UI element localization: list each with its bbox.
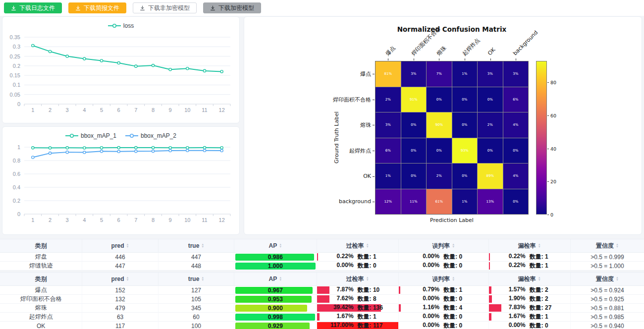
column-header-label: 置信度 — [596, 275, 614, 283]
rate-count: 数量: 0 — [443, 253, 475, 261]
data-point — [83, 57, 86, 60]
data-point — [135, 65, 137, 67]
data-point — [83, 147, 86, 149]
rate-cell: 0.00%数量: 0 — [399, 313, 489, 322]
data-point — [117, 61, 120, 64]
confidence-cell: >0.5 = 0.999 — [571, 253, 644, 262]
sort-caret-icon[interactable]: ▲▼ — [126, 276, 129, 281]
colorbar-tick-label: 0 — [550, 212, 553, 218]
legend-label: bbox_mAP_2 — [141, 132, 176, 139]
y-axis-tick-label: 0 — [17, 211, 20, 217]
download-plain-model-button[interactable]: 下载非加密模型 — [133, 2, 197, 13]
column-header-漏检率[interactable]: 漏检率▲▼ — [489, 239, 571, 253]
data-point — [203, 69, 206, 72]
column-header-label: 类别 — [35, 242, 47, 250]
column-header-label: AP — [269, 275, 277, 282]
rate-count: 数量: 4 — [443, 304, 475, 312]
matrix-cell: 0% — [427, 87, 452, 112]
true-cell: 447 — [159, 253, 234, 262]
matrix-cell: 3% — [401, 61, 427, 87]
sort-caret-icon[interactable]: ▲▼ — [201, 243, 204, 248]
category-cell: 爆点 — [0, 286, 82, 295]
rate-count: 数量: 1 — [530, 313, 561, 321]
rate-percent: 7.62% — [326, 295, 354, 303]
download-log-button[interactable]: 下载日志文件 — [4, 2, 62, 13]
column-header-漏检率[interactable]: 漏检率▲▼ — [489, 273, 571, 286]
sort-caret-icon[interactable]: ▲▼ — [366, 243, 369, 248]
column-header-true[interactable]: true▲▼ — [159, 239, 234, 253]
column-header-label: 误判率 — [432, 275, 450, 283]
y-axis-tick-label: 0.8 — [13, 158, 20, 164]
legend-item-loss[interactable]: loss — [108, 22, 134, 30]
x-axis-title: Prediction Label — [296, 217, 608, 223]
legend-label: bbox_mAP_1 — [81, 132, 116, 139]
matrix-cell: 4% — [503, 164, 529, 189]
matrix-row-label: background — [272, 198, 371, 205]
column-header-true[interactable]: true▲▼ — [159, 273, 234, 286]
column-header-pred[interactable]: pred▲▼ — [82, 273, 158, 286]
y-axis-tick-label: 0.1 — [13, 82, 20, 88]
column-header-过检率[interactable]: 过检率▲▼ — [317, 273, 399, 286]
sort-caret-icon[interactable]: ▲▼ — [279, 276, 282, 281]
sort-caret-icon[interactable]: ▲▼ — [452, 276, 455, 281]
matrix-column-label: 熔珠 — [435, 45, 447, 57]
data-point — [66, 147, 68, 149]
rate-count: 数量: 1 — [530, 253, 561, 261]
rate-count: 数量: 117 — [358, 322, 389, 329]
x-axis-tick-label: 5 — [100, 107, 103, 113]
sort-caret-icon[interactable]: ▲▼ — [279, 243, 282, 248]
rate-count: 数量: 10 — [358, 286, 389, 294]
rate-count: 数量: 1 — [443, 286, 475, 294]
colorbar-tick-label: 80 — [550, 80, 556, 85]
column-header-误判率[interactable]: 误判率▲▼ — [399, 273, 489, 286]
sort-caret-icon[interactable]: ▲▼ — [538, 276, 541, 281]
x-axis-tick-label: 9 — [169, 107, 172, 113]
pred-cell: 152 — [82, 286, 158, 295]
column-header-pred[interactable]: pred▲▼ — [82, 239, 158, 253]
download-report-button[interactable]: 下载简报文件 — [68, 2, 126, 13]
data-point — [83, 151, 86, 154]
matrix-cell: 0% — [478, 138, 503, 164]
sort-caret-icon[interactable]: ▲▼ — [366, 276, 369, 281]
column-header-误判率[interactable]: 误判率▲▼ — [399, 239, 489, 253]
x-axis-tick-label: 9 — [169, 217, 172, 223]
sort-caret-icon[interactable]: ▲▼ — [538, 243, 541, 248]
matrix-row-label: 焊印面积不合格 — [272, 96, 371, 104]
sort-caret-icon[interactable]: ▲▼ — [616, 243, 619, 248]
data-point — [49, 50, 51, 53]
pred-cell: 479 — [82, 304, 158, 313]
column-header-置信度[interactable]: 置信度▲▼ — [571, 239, 644, 253]
column-header-AP[interactable]: AP▲▼ — [234, 239, 317, 253]
x-axis-tick-label: 3 — [66, 107, 69, 113]
column-header-类别: 类别 — [0, 239, 82, 253]
download-icon — [75, 5, 81, 11]
column-header-label: 漏检率 — [518, 275, 536, 283]
rate-count: 数量: 0 — [443, 262, 475, 270]
sort-caret-icon[interactable]: ▲▼ — [616, 276, 619, 281]
legend-marker-icon — [108, 23, 121, 28]
button-label: 下载日志文件 — [19, 4, 55, 12]
column-header-AP[interactable]: AP▲▼ — [234, 273, 317, 286]
download-icon — [140, 5, 145, 11]
sort-caret-icon[interactable]: ▲▼ — [201, 276, 204, 281]
x-axis-tick-label: 11 — [202, 107, 207, 113]
matrix-cell: 0% — [401, 164, 427, 189]
column-header-label: 置信度 — [596, 242, 614, 250]
sort-caret-icon[interactable]: ▲▼ — [452, 243, 455, 248]
table-row: 焊印面积不合格1321050.9537.62%数量: 80.00%数量: 01.… — [0, 295, 644, 304]
column-header-过检率[interactable]: 过检率▲▼ — [317, 239, 399, 253]
legend-item-bbox-map-1[interactable]: bbox_mAP_1 — [65, 132, 116, 140]
data-point — [49, 147, 51, 149]
ap-cell: 0.967 — [234, 286, 317, 295]
download-encrypted-model-button[interactable]: 下载加密模型 — [203, 2, 261, 13]
data-point — [169, 68, 171, 71]
sort-caret-icon[interactable]: ▲▼ — [126, 243, 129, 248]
matrix-cell: 12% — [376, 189, 401, 215]
column-header-置信度[interactable]: 置信度▲▼ — [571, 273, 644, 286]
button-label: 下载非加密模型 — [148, 4, 190, 12]
matrix-column-label: 爆点 — [384, 45, 396, 57]
ap-value: 0.967 — [234, 287, 316, 294]
data-point — [186, 67, 189, 70]
legend-item-bbox-map-2[interactable]: bbox_mAP_2 — [125, 132, 176, 140]
rate-percent: 0.00% — [412, 295, 439, 303]
